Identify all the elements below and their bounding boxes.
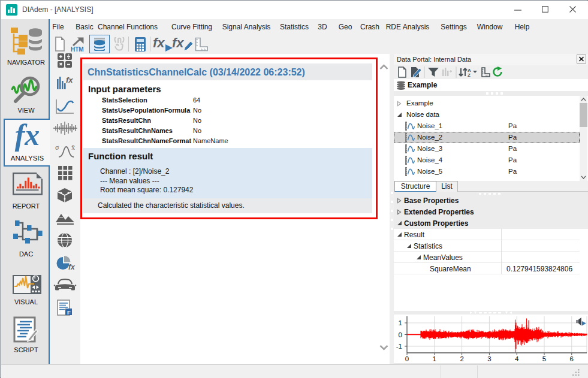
svg-text:Z: Z [468,72,471,78]
svg-text:0: 0 [405,355,409,362]
svg-text:1: 1 [433,355,436,362]
svg-text:3: 3 [487,355,491,362]
svg-text:x̄: x̄ [71,143,75,152]
svg-text:2: 2 [460,355,463,362]
svg-text:6: 6 [570,355,574,362]
svg-text:σ: σ [55,143,59,152]
svg-text:F: F [67,309,71,316]
svg-text:fx: fx [66,75,73,84]
svg-text:fx: fx [68,263,76,271]
svg-text:HTM: HTM [71,46,84,52]
svg-text:-1: -1 [396,343,402,350]
svg-text:0: 0 [399,331,402,338]
svg-text:4: 4 [515,355,519,362]
svg-text:1: 1 [399,319,402,326]
svg-text:5: 5 [542,355,546,362]
